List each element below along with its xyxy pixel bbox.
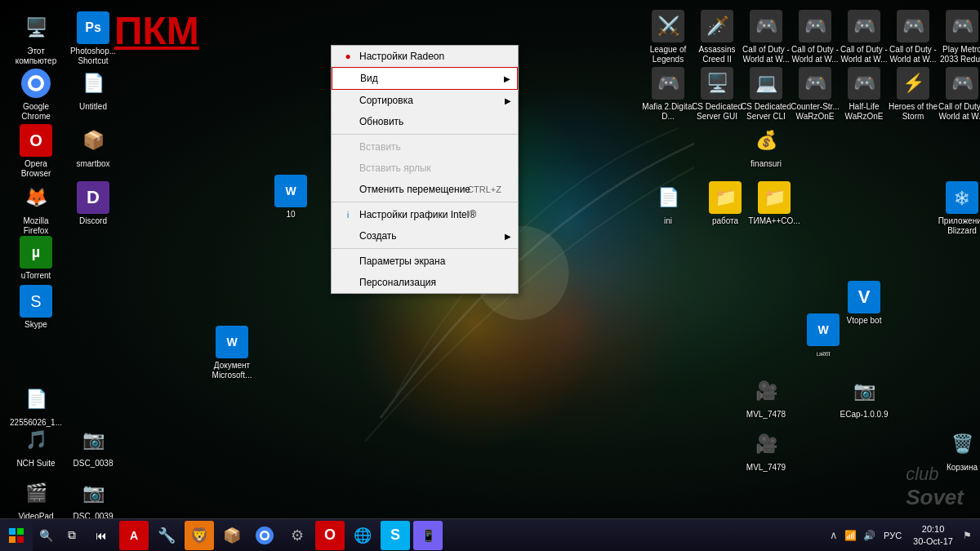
context-menu-paste[interactable]: Вставить [332,136,518,158]
desktop-icon-tima[interactable]: 📁 ТИМА++CO... [745,178,804,229]
taskbar-apps: ⏮ A 🔧 🦁 📦 ⚙ O 🌐 S 📱 [85,519,822,552]
taskbar-acrobat[interactable]: A [119,521,149,550]
desktop-icon-skype[interactable]: S Skype [7,282,65,333]
taskbar-media-prev[interactable]: ⏮ [87,521,116,550]
tray-notification[interactable]: ⚑ [961,528,973,543]
undo-shortcut: CTRL+Z [467,184,501,194]
desktop-icon-mvl7479[interactable]: 🎥 MVL_7479 [737,424,795,476]
context-menu-personalize[interactable]: Персонализация [332,272,518,293]
desktop-icon-opera[interactable]: O Opera Browser [7,121,65,182]
desktop-icon-finansuri[interactable]: 💰 finansuri [737,121,795,172]
cod4-label: Call of Duty - World at W... [887,45,939,64]
desktop-icon-this-computer[interactable]: 🖥️ Этот компьютер [7,8,65,69]
desktop-icon-dsc38[interactable]: 📷 DSC_0038 [64,420,122,472]
tray-clock[interactable]: 20:10 30-Oct-17 [908,523,958,547]
context-menu-view[interactable]: Вид ▶ [332,67,518,90]
taskbar-app5[interactable]: 📦 [217,521,247,550]
taskbar-app3[interactable]: 🔧 [152,521,181,550]
start-button[interactable] [0,519,33,552]
taskbar-app9[interactable]: 🌐 [348,521,377,550]
desktop-icon-discord[interactable]: D Discord [64,178,122,229]
taskbar-viber-tb[interactable]: 📱 [413,521,443,550]
taskbar-app4[interactable]: 🦁 [185,521,214,550]
desktop-icon-utorrent[interactable]: µ uTorrent [7,233,65,284]
nch-icon: 🎵 [20,424,52,456]
desktop-icon-ecap[interactable]: 📷 ECap-1.0.0.9 [835,371,893,423]
screen-params-label: Параметры экрана [359,256,445,267]
mafia-icon: 🎮 [652,67,684,100]
desktop-icon-ini[interactable]: 📄 ini [639,178,697,229]
view-label: Вид [360,73,378,84]
tray-speaker[interactable]: 🔊 [862,528,877,543]
context-menu-intel[interactable]: i Настройки графики Intel® [332,204,518,225]
tray-time: 20:10 [913,523,953,535]
task-view-button[interactable]: ⧉ [59,521,85,550]
rabota-icon: 📁 [709,181,742,214]
intel-label: Настройки графики Intel® [359,209,476,220]
desktop-icon-word-ru[interactable]: W பண [794,310,853,362]
discord-label: Discord [79,216,107,226]
create-submenu-arrow: ▶ [505,232,511,241]
personalize-icon-placeholder [341,276,354,289]
cod3-icon: 🎮 [848,10,880,42]
desktop-icon-word10[interactable]: W 10 [261,171,320,223]
tima-label: ТИМА++CO... [748,216,800,226]
desktop-icon-metro[interactable]: 🎮 Play Metro 2033 Redux [933,7,980,68]
context-menu-undo-move[interactable]: Отменить перемещение CTRL+Z [332,179,518,200]
desktop-icon-doc-word[interactable]: W Документ Microsoft... [203,322,261,384]
tray-expand[interactable]: ∧ [828,527,840,543]
league-icon: ⚔️ [652,10,684,42]
desktop-icon-nch[interactable]: 🎵 NCH Suite [7,420,65,472]
this-computer-icon: 🖥️ [20,11,52,44]
tray-lang[interactable]: РУС [880,531,905,540]
svg-point-7 [31,78,41,88]
desktop-icon-untitled[interactable]: 📄 Untitled [64,64,122,115]
desktop-icon-chrome[interactable]: Google Chrome [7,64,65,125]
search-icon: 🔍 [39,529,53,542]
context-menu-sort[interactable]: Сортировка ▶ [332,90,518,111]
word10-icon: W [274,175,307,207]
context-menu-screen-params[interactable]: Параметры экрана [332,251,518,272]
context-menu-paste-shortcut[interactable]: Вставить ярлык [332,158,518,179]
dsc39-icon: 📷 [77,477,109,509]
metro-label: Play Metro 2033 Redux [936,45,980,64]
paste-shortcut-icon-placeholder [341,162,354,175]
desktop-icon-smartbox[interactable]: 📦 smartbox [64,121,122,172]
context-menu: ● Настройки Radeon Вид ▶ Сортировка ▶ Об… [331,45,519,294]
word-ru-icon: W [807,313,840,346]
create-label: Создать [359,230,397,242]
untitled-icon: 📄 [77,67,109,100]
create-icon-placeholder [341,229,354,242]
assassins-icon: 🗡️ [701,10,733,42]
desktop-icon-firefox[interactable]: 🦊 Mozilla Firefox [7,178,65,239]
nch-label: NCH Suite [16,459,55,469]
desktop-icon-dsc39[interactable]: 📷 DSC_0039 [64,473,122,525]
desktop-icon-blizzard[interactable]: ❄️ Приложение Blizzard [933,178,980,239]
tray-date: 30-Oct-17 [913,535,953,547]
taskbar-opera-tb[interactable]: O [315,521,345,550]
heroes-label: Heroes of the Storm [887,102,939,122]
hl-war-label: Half-Life WaRzOnE [838,102,890,122]
discord-icon: D [77,181,109,214]
taskbar-chrome-tb[interactable] [250,521,279,550]
paste-icon-placeholder [341,140,354,153]
blizzard-label: Приложение Blizzard [936,216,980,236]
desktop-icon-mvl7478[interactable]: 🎥 MVL_7478 [737,371,795,423]
mvl7478-icon: 🎥 [750,375,782,407]
context-menu-radeon[interactable]: ● Настройки Radeon [332,46,518,67]
desktop-icon-cod-waw[interactable]: 🎮 Call of Duty - World at W... [933,64,980,125]
ecap-label: ECap-1.0.0.9 [840,410,889,420]
search-button[interactable]: 🔍 [33,521,59,550]
context-menu-create[interactable]: Создать ▶ [332,225,518,247]
taskbar-skype-tb[interactable]: S [381,521,410,550]
task-view-icon: ⧉ [68,528,76,542]
cod-waw-label: Call of Duty - World at W... [936,102,980,122]
context-menu-sep1 [332,134,518,135]
blizzard-icon: ❄️ [946,181,978,214]
tima-icon: 📁 [758,181,791,214]
context-menu-refresh[interactable]: Обновить [332,111,518,132]
mvl7479-label: MVL_7479 [746,463,786,473]
taskbar-app7[interactable]: ⚙ [283,521,312,550]
sort-icon-placeholder [341,94,354,107]
tray-wifi[interactable]: 📶 [843,528,858,543]
